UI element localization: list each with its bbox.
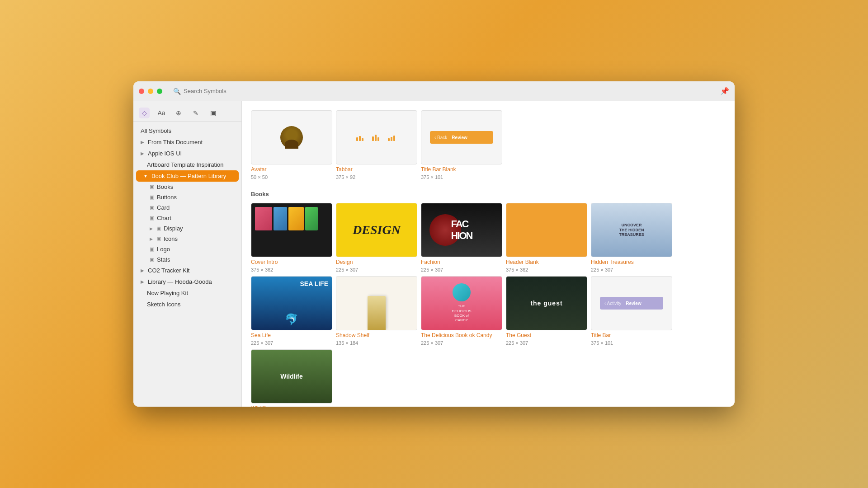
sidebar-item-buttons[interactable]: ▣ Buttons <box>133 192 241 202</box>
grid-icon: ▣ <box>150 257 154 263</box>
symbol-dims-titlebar-blank: 375 × 101 <box>421 174 502 180</box>
symbol-dims-title-bar: 375 × 101 <box>591 340 672 346</box>
sidebar-item-from-this-document[interactable]: ▶ From This Document <box>133 136 241 148</box>
symbol-card-shadow-shelf[interactable]: Shadow Shelf 135 × 184 <box>336 276 417 346</box>
symbol-preview-avatar <box>251 110 332 164</box>
toolbar-icons: ◇ Aa ⊕ ✎ ▣ <box>133 105 241 122</box>
canvas-icon[interactable]: ▣ <box>208 108 218 118</box>
sidebar-item-apple-ios[interactable]: ▶ Apple iOS UI <box>133 148 241 159</box>
symbol-dims-shadow-shelf: 135 × 184 <box>336 340 417 346</box>
symbol-card-wildlife[interactable]: Wildlife Wildlife 225 × 307 <box>251 349 332 407</box>
symbol-dims-guest: 225 × 307 <box>506 340 587 346</box>
layers-icon[interactable]: ⊕ <box>173 108 184 118</box>
symbol-card-titlebar-blank[interactable]: ‹ Back Review Title Bar Blank 375 × 101 <box>421 110 502 180</box>
search-input[interactable] <box>184 88 274 94</box>
logo-label: Logo <box>157 246 170 253</box>
symbol-name-hidden-treasures: Hidden Treasures <box>591 259 672 265</box>
symbol-dims-tabbar: 375 × 92 <box>336 174 417 180</box>
titlebar: 🔍 📌 <box>133 81 735 101</box>
main-content: ◇ Aa ⊕ ✎ ▣ All Symbols ▶ From This Docum… <box>133 101 735 407</box>
sidebar-item-all-symbols[interactable]: All Symbols <box>133 125 241 136</box>
all-symbols-label: All Symbols <box>141 127 171 134</box>
symbol-card-cover-intro[interactable]: Cover Intro 375 × 362 <box>251 203 332 272</box>
library-hooda-label: Library — Hooda-Gooda <box>148 278 212 285</box>
sidebar-item-icons[interactable]: ▶ ▣ Icons <box>133 234 241 244</box>
chevron-right-icon: ▶ <box>141 268 144 273</box>
symbol-preview-title-bar: ‹ Activity Review <box>591 276 672 330</box>
symbol-card-title-bar[interactable]: ‹ Activity Review Title Bar 375 × 101 <box>591 276 672 346</box>
symbol-preview-tabbar <box>336 110 417 164</box>
search-icon: 🔍 <box>173 88 181 95</box>
sidebar-item-logo[interactable]: ▣ Logo <box>133 244 241 254</box>
sidebar-item-sketch-icons[interactable]: Sketch Icons <box>133 299 241 310</box>
chevron-right-icon: ▶ <box>141 279 144 284</box>
symbol-name-shadow-shelf: Shadow Shelf <box>336 332 417 338</box>
symbol-preview-shadow-shelf <box>336 276 417 330</box>
sidebar-item-card[interactable]: ▣ Card <box>133 202 241 213</box>
grid-icon: ▣ <box>150 246 154 252</box>
symbols-icon[interactable]: ◇ <box>139 108 150 118</box>
buttons-label: Buttons <box>157 194 177 201</box>
symbol-dims-avatar: 50 × 50 <box>251 174 332 180</box>
sidebar-item-stats[interactable]: ▣ Stats <box>133 254 241 265</box>
top-symbols-grid: Avatar 50 × 50 <box>251 110 726 180</box>
symbol-name-cover-intro: Cover Intro <box>251 259 332 265</box>
card-label: Card <box>157 204 170 211</box>
sidebar-item-chart[interactable]: ▣ Chart <box>133 213 241 223</box>
symbol-name-titlebar-blank: Title Bar Blank <box>421 166 502 173</box>
symbol-preview-hidden-treasures: UNCOVERTHE HIDDENTREASURES <box>591 203 672 257</box>
text-icon[interactable]: Aa <box>156 108 167 118</box>
maximize-button[interactable] <box>157 89 162 94</box>
sidebar-item-artboard-template[interactable]: Artboard Template Inspiration <box>133 159 241 170</box>
pin-icon[interactable]: 📌 <box>720 87 729 95</box>
close-button[interactable] <box>139 89 144 94</box>
tab-icon-1 <box>356 134 365 141</box>
grid-icon: ▣ <box>150 205 154 211</box>
chevron-right-icon: ▶ <box>150 226 153 231</box>
sidebar-item-now-playing[interactable]: Now Playing Kit <box>133 287 241 299</box>
sidebar: ◇ Aa ⊕ ✎ ▣ All Symbols ▶ From This Docum… <box>133 101 242 407</box>
symbol-card-header-blank[interactable]: Header Blank 375 × 362 <box>506 203 587 272</box>
content-area[interactable]: Avatar 50 × 50 <box>242 101 735 407</box>
symbol-card-sea-life[interactable]: SEA LIFE 🐬 Sea Life 225 × 307 <box>251 276 332 346</box>
chevron-right-icon: ▶ <box>141 151 144 156</box>
symbol-card-design[interactable]: DESIGN Design 225 × 307 <box>336 203 417 272</box>
sidebar-item-library-hooda[interactable]: ▶ Library — Hooda-Gooda <box>133 276 241 287</box>
symbol-preview-cover-intro <box>251 203 332 257</box>
sidebar-item-book-club[interactable]: ▼ Book Club — Pattern Library <box>136 170 239 182</box>
symbol-preview-sea-life: SEA LIFE 🐬 <box>251 276 332 330</box>
symbol-name-header-blank: Header Blank <box>506 259 587 265</box>
symbol-name-design: Design <box>336 259 417 265</box>
chevron-right-icon: ▶ <box>150 237 153 241</box>
symbol-card-guest[interactable]: the guest The Guest 225 × 307 <box>506 276 587 346</box>
symbol-preview-wildlife: Wildlife <box>251 349 332 404</box>
symbol-card-hidden-treasures[interactable]: UNCOVERTHE HIDDENTREASURES Hidden Treasu… <box>591 203 672 272</box>
symbol-dims-candy: 225 × 307 <box>421 340 502 346</box>
grid-icon: ▣ <box>156 225 161 231</box>
from-this-document-label: From This Document <box>148 139 203 145</box>
avatar-image <box>280 126 303 149</box>
grid-icon: ▣ <box>150 194 154 200</box>
symbol-preview-header-blank <box>506 203 587 257</box>
symbol-preview-titlebar: ‹ Back Review <box>421 110 502 164</box>
titlebar-review-text: Review <box>452 135 467 140</box>
sidebar-item-co2[interactable]: ▶ CO2 Tracker Kit <box>133 265 241 276</box>
search-bar: 🔍 <box>173 88 717 95</box>
symbol-card-avatar[interactable]: Avatar 50 × 50 <box>251 110 332 180</box>
symbol-card-fashion[interactable]: FACHION Fachion 225 × 307 <box>421 203 502 272</box>
sidebar-item-books[interactable]: ▣ Books <box>133 182 241 192</box>
tab-icon-2 <box>372 134 381 141</box>
insert-icon[interactable]: ✎ <box>190 108 201 118</box>
tabbar-preview <box>349 130 404 145</box>
symbol-card-candy[interactable]: THEDELICIOUSBOOK ofCANDY The Delicious B… <box>421 276 502 346</box>
icons-label: Icons <box>164 235 178 242</box>
symbol-name-sea-life: Sea Life <box>251 332 332 338</box>
apple-ios-label: Apple iOS UI <box>148 150 182 157</box>
symbol-card-tabbar[interactable]: Tabbar 375 × 92 <box>336 110 417 180</box>
sidebar-item-display[interactable]: ▶ ▣ Display <box>133 223 241 234</box>
books-grid: Cover Intro 375 × 362 DESIGN Design 225 … <box>251 203 726 407</box>
minimize-button[interactable] <box>148 89 153 94</box>
symbol-dims-cover-intro: 375 × 362 <box>251 267 332 272</box>
books-label: Books <box>157 183 173 190</box>
symbol-dims-fashion: 225 × 307 <box>421 267 502 272</box>
